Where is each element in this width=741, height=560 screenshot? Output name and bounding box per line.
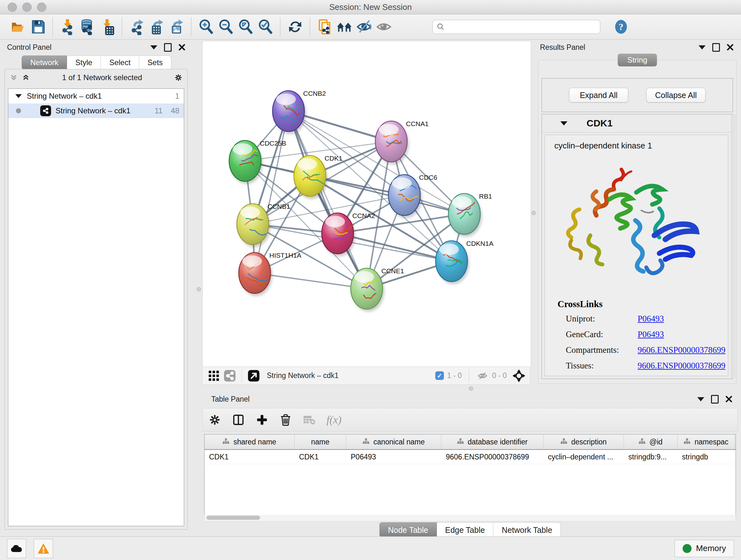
search-box[interactable]	[432, 20, 600, 34]
node-RB1[interactable]: RB1	[448, 192, 492, 237]
column-header-shared-name[interactable]: shared name	[205, 435, 294, 449]
export-table-button[interactable]	[147, 17, 166, 37]
network-overview-button[interactable]	[335, 17, 354, 37]
cdk1-card-header[interactable]: CDK1	[542, 114, 733, 132]
warnings-button[interactable]	[34, 539, 53, 558]
tab-node-table[interactable]: Node Table	[380, 522, 437, 538]
close-panel-icon[interactable]	[178, 44, 186, 51]
right-splitter-handle[interactable]	[531, 211, 536, 215]
network-share-view-icon[interactable]	[223, 369, 236, 382]
results-menu-icon[interactable]	[698, 44, 706, 51]
minimize-window-button[interactable]	[22, 3, 31, 12]
node-CCNA1[interactable]: CCNA1	[375, 120, 428, 165]
help-button[interactable]: ?	[611, 17, 631, 37]
hierarchy-icon	[222, 438, 229, 446]
open-session-button[interactable]	[8, 17, 28, 37]
table-row[interactable]: CDK1CDK1P064939606.ENSP00000378699cyclin…	[205, 450, 736, 464]
memory-button[interactable]: Memory	[675, 540, 734, 557]
import-network-file-button[interactable]	[58, 17, 77, 37]
table-float-icon[interactable]	[711, 395, 719, 403]
zoom-window-button[interactable]	[37, 3, 46, 12]
expand-all-networks-icon[interactable]	[22, 74, 30, 81]
automation-cloud-button[interactable]	[7, 539, 26, 558]
table-menu-icon[interactable]	[697, 395, 704, 403]
collection-expand-caret[interactable]	[15, 94, 22, 98]
duplicate-network-button[interactable]	[315, 17, 335, 37]
save-session-button[interactable]	[28, 17, 48, 37]
hide-selected-button[interactable]	[354, 17, 374, 37]
column-header-@id[interactable]: @id	[624, 435, 677, 449]
cdk1-collapse-caret[interactable]	[560, 121, 567, 125]
zoom-selected-button[interactable]	[256, 17, 275, 37]
tab-network-table[interactable]: Network Table	[493, 522, 561, 538]
zoom-in-button[interactable]	[196, 17, 216, 37]
results-close-icon[interactable]	[726, 44, 734, 51]
network-collection-row[interactable]: String Network – cdk1 1	[8, 89, 184, 104]
edge-CDK1-RB1[interactable]	[310, 176, 464, 214]
export-image-button[interactable]	[166, 17, 186, 37]
column-header-namespac[interactable]: namespac	[677, 435, 735, 449]
open-in-window-icon[interactable]	[247, 369, 260, 382]
table-close-icon[interactable]	[725, 395, 733, 403]
tab-sets[interactable]: Sets	[139, 56, 172, 70]
birds-eye-view-icon[interactable]	[513, 369, 525, 382]
collapse-all-networks-icon[interactable]	[10, 74, 17, 81]
horizontal-splitter-handle[interactable]	[469, 386, 473, 391]
window-traffic-lights[interactable]	[8, 3, 46, 12]
column-header-canonical-name[interactable]: canonical name	[346, 435, 441, 449]
import-table-file-button[interactable]	[97, 17, 117, 37]
scrollbar-thumb[interactable]	[206, 516, 260, 520]
delete-column-trash-icon[interactable]	[279, 414, 292, 426]
network-options-gear-icon[interactable]	[175, 74, 182, 81]
import-table-file-icon	[99, 18, 116, 35]
crosslink-link[interactable]: 9606.ENSP00000378699	[637, 361, 725, 371]
expand-all-button[interactable]: Expand All	[569, 88, 628, 103]
tab-style[interactable]: Style	[67, 56, 101, 70]
float-panel-icon[interactable]	[164, 44, 172, 51]
collapse-all-button[interactable]: Collapse All	[646, 88, 705, 103]
node-CCNB2[interactable]: CCNB2	[273, 90, 326, 134]
column-header-description[interactable]: description	[543, 435, 624, 449]
search-input[interactable]	[448, 22, 596, 31]
left-splitter-handle[interactable]	[197, 287, 201, 292]
refresh-button[interactable]	[285, 17, 305, 37]
network-canvas[interactable]: CCNB2CCNA1CDC25BCDK1CDC6RB1CCNB1CCNA2CDK…	[202, 41, 531, 367]
node-CDC6[interactable]: CDC6	[388, 174, 437, 218]
tab-edge-table[interactable]: Edge Table	[437, 522, 494, 538]
show-grid-icon[interactable]	[207, 369, 220, 382]
node-HIST1H1A[interactable]: HIST1H1A	[239, 252, 301, 296]
results-scrollbar[interactable]	[731, 115, 736, 378]
zoom-fit-button[interactable]	[236, 17, 256, 37]
node-label-CCNA2: CCNA2	[352, 212, 375, 219]
tab-string-results[interactable]: String	[618, 54, 657, 66]
crosslink-link[interactable]: 9606.ENSP00000378699	[637, 345, 725, 355]
tab-network[interactable]: Network	[22, 56, 67, 70]
zoom-out-button[interactable]	[216, 17, 236, 37]
crosslink-link[interactable]: P06493	[637, 314, 664, 324]
panel-menu-icon[interactable]	[150, 44, 158, 51]
crosslink-link[interactable]: P06493	[637, 329, 664, 339]
string-network-graph[interactable]: CCNB2CCNA1CDC25BCDK1CDC6RB1CCNB1CCNA2CDK…	[203, 41, 531, 367]
results-float-icon[interactable]	[712, 44, 720, 51]
table-options-gear-icon[interactable]	[208, 414, 221, 426]
column-header-name[interactable]: name	[294, 435, 346, 449]
close-window-button[interactable]	[8, 3, 17, 12]
node-CDKN1A[interactable]: CDKN1A	[435, 240, 493, 284]
table-horizontal-scrollbar[interactable]	[204, 515, 736, 521]
tab-select[interactable]: Select	[101, 56, 139, 70]
node-CCNE1[interactable]: CCNE1	[351, 267, 404, 312]
column-header-database-identifier[interactable]: database identifier	[441, 435, 543, 449]
node-CCNA2[interactable]: CCNA2	[322, 212, 375, 256]
edge-CCNB2-CCNE1[interactable]	[288, 111, 367, 289]
export-network-button[interactable]	[127, 17, 147, 37]
node-CDK1[interactable]: CDK1	[294, 154, 342, 199]
import-network-file-icon	[59, 18, 76, 35]
network-row-selected[interactable]: String Network – cdk1 11 48	[8, 104, 184, 118]
show-columns-icon[interactable]	[232, 414, 245, 426]
import-network-database-button[interactable]	[77, 17, 97, 37]
edge-CCNB2-HIST1H1A[interactable]	[255, 111, 288, 273]
selected-items-checkbox-icon[interactable]: ✓	[435, 371, 444, 380]
show-graphics-details-button[interactable]	[374, 17, 394, 37]
network-edge-count: 48	[171, 106, 179, 115]
create-column-icon[interactable]	[256, 414, 268, 426]
